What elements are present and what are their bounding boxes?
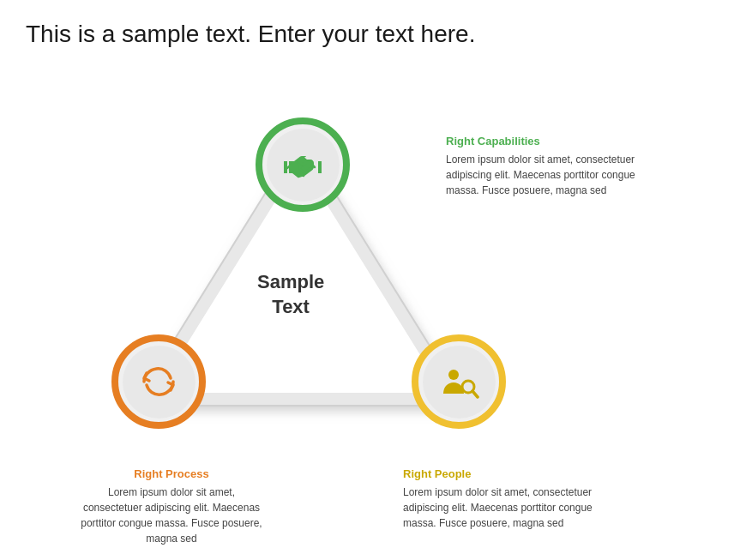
- node-right: [412, 334, 506, 429]
- node-top-inner: [267, 129, 340, 202]
- node-right-inner: [423, 346, 496, 418]
- main-title: This is a sample text. Enter your text h…: [0, 0, 746, 50]
- right-capabilities-title: Right Capabilities: [446, 135, 660, 148]
- refresh-icon: [138, 361, 179, 402]
- node-left: [111, 334, 206, 429]
- node-top: [256, 117, 350, 212]
- center-text: Sample Text: [257, 270, 324, 319]
- center-line1: Sample: [257, 271, 324, 292]
- right-capabilities-body: Lorem ipsum dolor sit amet, consectetuer…: [446, 152, 660, 198]
- right-process-body: Lorem ipsum dolor sit amet, consectetuer…: [77, 485, 266, 546]
- center-line2: Text: [272, 296, 310, 317]
- right-people-title: Right People: [403, 467, 609, 480]
- person-search-icon: [438, 361, 479, 402]
- svg-line-4: [472, 391, 478, 397]
- diagram-area: Sample Text: [26, 81, 746, 545]
- right-process-title: Right Process: [77, 467, 266, 480]
- label-right-people: Right People Lorem ipsum dolor sit amet,…: [403, 467, 609, 531]
- node-left-inner: [123, 346, 196, 418]
- label-right-capabilities: Right Capabilities Lorem ipsum dolor sit…: [446, 135, 660, 198]
- label-right-process: Right Process Lorem ipsum dolor sit amet…: [77, 467, 266, 546]
- right-people-body: Lorem ipsum dolor sit amet, consectetuer…: [403, 485, 609, 531]
- svg-point-2: [448, 370, 459, 380]
- handshake-icon: [282, 144, 323, 185]
